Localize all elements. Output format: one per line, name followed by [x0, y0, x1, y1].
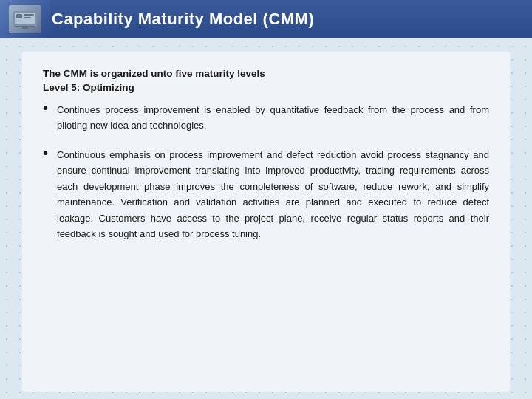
svg-rect-2	[16, 14, 22, 18]
bullet-icon-2: •	[43, 145, 48, 162]
level-title: Level 5: Optimizing	[43, 82, 489, 93]
bullet-section-2: • Continuous emphasis on process improve…	[43, 147, 489, 242]
svg-rect-5	[15, 26, 35, 27]
header-icon	[9, 5, 41, 33]
header-bar: Capability Maturity Model (CMM)	[0, 0, 532, 38]
bullet-section-1: • Continues process improvement is enabl…	[43, 102, 489, 134]
page-container: Capability Maturity Model (CMM) The CMM …	[0, 0, 532, 399]
intro-underline-text: The CMM is organized unto five maturity …	[43, 68, 489, 79]
svg-rect-3	[24, 14, 34, 16]
svg-rect-4	[24, 17, 31, 18]
bullet-text-1: Continues process improvement is enabled…	[57, 102, 489, 134]
page-title: Capability Maturity Model (CMM)	[52, 10, 314, 29]
bullet-text-2: Continuous emphasis on process improveme…	[57, 147, 489, 242]
content-area: The CMM is organized unto five maturity …	[22, 52, 510, 392]
bullet-icon-1: •	[43, 100, 48, 117]
header-icon-area	[0, 0, 50, 38]
svg-rect-6	[22, 27, 28, 29]
